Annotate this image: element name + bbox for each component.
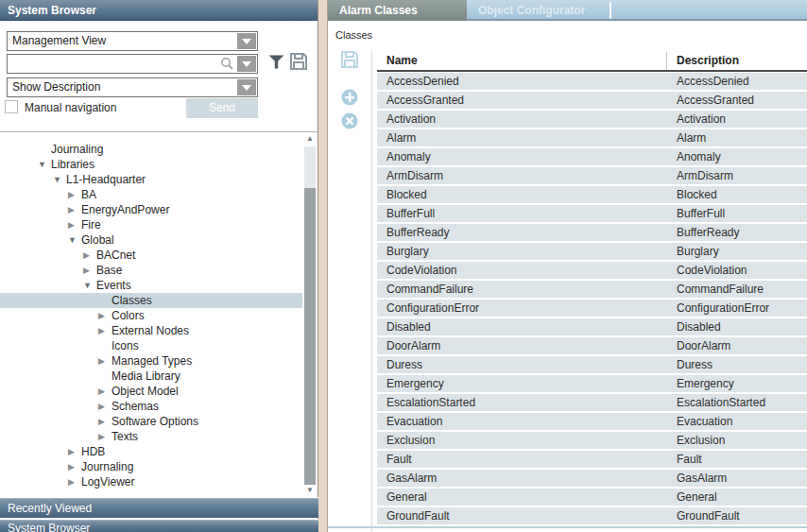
expand-arrow-icon[interactable]: ▶	[98, 429, 112, 444]
table-row[interactable]: BurglaryBurglary	[377, 243, 807, 260]
table-row[interactable]: ArmDisarmArmDisarm	[377, 167, 807, 184]
table-row[interactable]: ExclusionExclusion	[377, 432, 807, 449]
expand-arrow-icon[interactable]: ▶	[98, 308, 112, 323]
collapse-arrow-icon[interactable]: ▼	[53, 172, 66, 187]
tree-item-fire[interactable]: ▶Fire	[0, 217, 302, 232]
name-cell: BufferFull	[377, 205, 667, 222]
tree-item-media-library[interactable]: Media Library	[0, 369, 302, 384]
scroll-down-icon[interactable]: ▼	[303, 485, 317, 496]
chevron-down-icon[interactable]	[237, 56, 256, 72]
tree-item-l1-headquarter[interactable]: ▼L1-Headquarter	[0, 172, 302, 187]
tree-item-icons[interactable]: Icons	[0, 338, 302, 353]
table-row[interactable]: ActivationActivation	[377, 111, 807, 128]
view-selector-dropdown[interactable]: Management View	[7, 31, 258, 51]
tree-item-global[interactable]: ▼Global	[0, 232, 302, 248]
table-row[interactable]: BufferReadyBufferReady	[377, 224, 807, 241]
column-header-name[interactable]: Name	[377, 52, 666, 70]
expand-arrow-icon[interactable]: ▶	[68, 202, 81, 217]
description-cell: Duress	[667, 356, 807, 373]
tree-item-energyandpower[interactable]: ▶EnergyAndPower	[0, 202, 302, 217]
expand-arrow-icon[interactable]: ▶	[98, 399, 112, 414]
table-row[interactable]: FaultFault	[377, 451, 807, 468]
search-input[interactable]	[8, 55, 232, 73]
expand-arrow-icon[interactable]: ▶	[68, 459, 81, 474]
tab-alarm-classes[interactable]: Alarm Classes	[328, 0, 467, 21]
table-row[interactable]: CommandFailureCommandFailure	[377, 281, 807, 298]
send-button[interactable]: Send	[186, 98, 258, 118]
tree-item-journaling[interactable]: ▶Journaling	[0, 459, 302, 474]
chevron-down-icon[interactable]	[237, 33, 256, 49]
scroll-up-icon[interactable]: ▲	[303, 133, 317, 145]
display-mode-dropdown[interactable]: Show Description	[7, 77, 258, 97]
column-header-description[interactable]: Description	[666, 52, 807, 70]
tree-item-colors[interactable]: ▶Colors	[0, 308, 302, 323]
tree-item-object-model[interactable]: ▶Object Model	[0, 384, 302, 399]
search-combo[interactable]	[7, 54, 258, 74]
tree-item-base[interactable]: ▶Base	[0, 263, 302, 278]
table-row[interactable]: AnomalyAnomaly	[377, 148, 807, 165]
tree-item-ba[interactable]: ▶BA	[0, 187, 302, 202]
table-row[interactable]: AccessDeniedAccessDenied	[377, 73, 807, 90]
scrollbar-thumb[interactable]	[304, 188, 316, 485]
tree-item-journaling[interactable]: Journaling	[0, 142, 302, 157]
table-row[interactable]: GasAlarmGasAlarm	[377, 470, 807, 487]
tab-object-configurator[interactable]: Object Configurator	[467, 0, 607, 21]
table-row[interactable]: ConfigurationErrorConfigurationError	[377, 300, 807, 317]
expand-arrow-icon[interactable]: ▶	[83, 263, 96, 278]
tree-item-classes[interactable]: Classes	[0, 293, 302, 308]
expand-arrow-icon[interactable]: ▶	[83, 248, 96, 263]
table-row[interactable]: DoorAlarmDoorAlarm	[377, 337, 807, 354]
expand-arrow-icon[interactable]: ▶	[68, 217, 81, 232]
table-row[interactable]: EscalationStartedEscalationStarted	[377, 394, 807, 411]
expand-arrow-icon[interactable]: ▶	[98, 414, 112, 429]
accordion-recently-viewed[interactable]: Recently Viewed	[0, 498, 318, 518]
table-row[interactable]: BlockedBlocked	[377, 186, 807, 203]
collapse-arrow-icon[interactable]: ▼	[68, 232, 81, 248]
description-cell: Anomaly	[667, 148, 807, 165]
table-row[interactable]: AlarmAlarm	[377, 129, 807, 146]
save-icon[interactable]	[341, 51, 358, 68]
table-row[interactable]: GroundFaultGroundFault	[377, 507, 807, 524]
tree-item-external-nodes[interactable]: ▶External Nodes	[0, 323, 302, 338]
table-row[interactable]: CodeViolationCodeViolation	[377, 262, 807, 279]
table-row[interactable]: EvacuationEvacuation	[377, 413, 807, 430]
description-cell: EscalationStarted	[667, 394, 807, 411]
table-row[interactable]: EmergencyEmergency	[377, 375, 807, 392]
manual-navigation-checkbox[interactable]	[5, 100, 18, 113]
accordion-system-browser[interactable]: System Browser	[0, 520, 318, 532]
name-cell: Exclusion	[377, 432, 667, 449]
expand-arrow-icon[interactable]: ▶	[98, 353, 112, 369]
table-row[interactable]: DisabledDisabled	[377, 318, 807, 335]
table-header-row: Name Description	[377, 52, 807, 72]
tree-item-managed-types[interactable]: ▶Managed Types	[0, 353, 302, 369]
tree-item-schemas[interactable]: ▶Schemas	[0, 399, 302, 414]
tree-indent	[0, 369, 98, 384]
table-row[interactable]: DuressDuress	[377, 356, 807, 373]
chevron-down-icon[interactable]	[237, 79, 256, 95]
expand-arrow-icon[interactable]: ▶	[98, 384, 112, 399]
save-icon[interactable]	[290, 53, 307, 70]
expand-arrow-icon[interactable]: ▶	[98, 323, 112, 338]
filter-icon[interactable]	[268, 55, 284, 70]
expand-arrow-icon[interactable]: ▶	[68, 187, 81, 202]
tree-item-label: EnergyAndPower	[81, 202, 169, 217]
tree-indent	[0, 263, 83, 278]
tree-item-libraries[interactable]: ▼Libraries	[0, 157, 302, 172]
table-row[interactable]: GeneralGeneral	[377, 489, 807, 506]
tree-item-texts[interactable]: ▶Texts	[0, 429, 302, 444]
remove-icon[interactable]	[341, 112, 358, 129]
tree-leaf-spacer	[38, 142, 51, 157]
table-row[interactable]: AccessGrantedAccessGranted	[377, 92, 807, 109]
tree-item-software-options[interactable]: ▶Software Options	[0, 414, 302, 429]
collapse-arrow-icon[interactable]: ▼	[38, 157, 51, 172]
tree-item-logviewer[interactable]: ▶LogViewer	[0, 474, 302, 489]
add-icon[interactable]	[341, 89, 358, 106]
tree-scrollbar[interactable]: ▲ ▼	[303, 133, 317, 496]
table-row[interactable]: BufferFullBufferFull	[377, 205, 807, 222]
tree-item-hdb[interactable]: ▶HDB	[0, 444, 302, 459]
collapse-arrow-icon[interactable]: ▼	[83, 278, 96, 293]
tree-item-events[interactable]: ▼Events	[0, 278, 302, 293]
expand-arrow-icon[interactable]: ▶	[68, 444, 81, 459]
expand-arrow-icon[interactable]: ▶	[68, 474, 81, 489]
tree-item-bacnet[interactable]: ▶BACnet	[0, 248, 302, 263]
